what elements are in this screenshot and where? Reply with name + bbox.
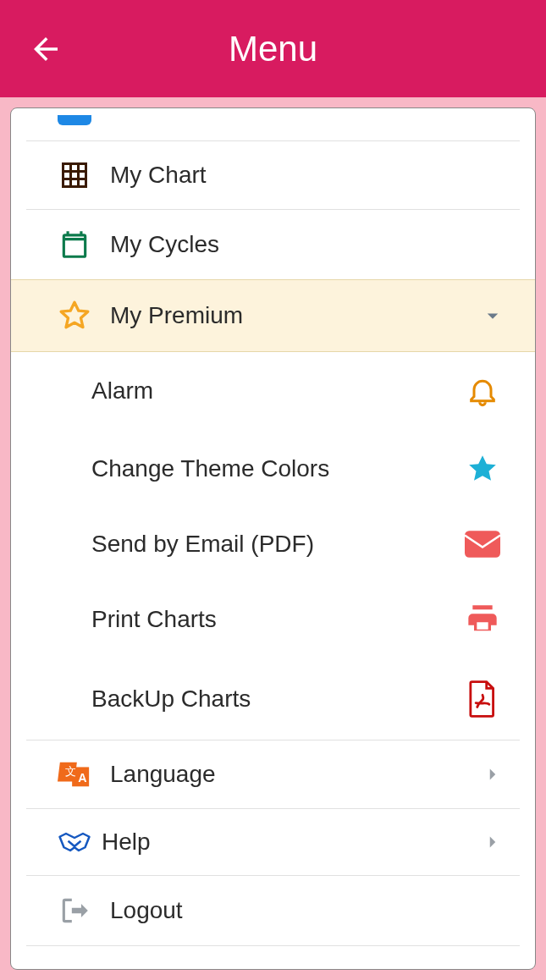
svg-rect-0 bbox=[63, 164, 86, 187]
chevron-right-icon bbox=[476, 831, 510, 853]
translate-icon: 文A bbox=[58, 759, 91, 790]
svg-rect-5 bbox=[67, 243, 71, 247]
file-pdf-icon bbox=[464, 680, 501, 718]
arrow-left-icon bbox=[28, 31, 63, 67]
svg-rect-7 bbox=[79, 243, 83, 247]
grid-icon bbox=[58, 160, 91, 190]
submenu-item-label: Alarm bbox=[91, 377, 447, 405]
app-header: Menu bbox=[0, 0, 546, 97]
menu-item-label: Help bbox=[102, 829, 466, 856]
submenu-item-send-email[interactable]: Send by Email (PDF) bbox=[11, 508, 535, 581]
svg-rect-11 bbox=[465, 531, 500, 558]
submenu-item-change-theme[interactable]: Change Theme Colors bbox=[11, 430, 535, 508]
submenu-item-label: Change Theme Colors bbox=[91, 455, 447, 482]
submenu-item-label: Print Charts bbox=[91, 606, 447, 633]
menu-item-language[interactable]: 文A Language bbox=[11, 741, 535, 808]
menu-item-label: Language bbox=[110, 761, 457, 788]
menu-item-my-premium[interactable]: My Premium bbox=[11, 279, 535, 352]
envelope-icon bbox=[464, 530, 501, 559]
svg-rect-6 bbox=[73, 243, 77, 247]
menu-item-label: My Cycles bbox=[110, 231, 510, 258]
svg-rect-9 bbox=[73, 249, 77, 253]
logout-icon bbox=[58, 895, 91, 927]
menu-item-label: Logout bbox=[110, 897, 510, 924]
back-button[interactable] bbox=[25, 29, 66, 69]
submenu-item-label: BackUp Charts bbox=[91, 685, 447, 713]
partial-prev-item bbox=[11, 115, 535, 140]
menu-item-my-cycles[interactable]: My Cycles bbox=[11, 210, 535, 279]
prev-item-icon-fragment bbox=[58, 115, 91, 125]
menu-item-label: My Premium bbox=[110, 302, 457, 329]
svg-text:A: A bbox=[78, 771, 86, 785]
menu-item-my-chart[interactable]: My Chart bbox=[11, 141, 535, 209]
submenu-item-label: Send by Email (PDF) bbox=[91, 531, 447, 558]
content-area: My Chart My Cycles My Premium Alarm bbox=[0, 97, 546, 980]
star-outline-icon bbox=[58, 299, 91, 333]
svg-text:文: 文 bbox=[65, 765, 76, 778]
handshake-icon bbox=[58, 828, 91, 856]
menu-item-help[interactable]: Help bbox=[11, 809, 535, 875]
svg-rect-8 bbox=[67, 249, 71, 253]
bell-icon bbox=[464, 374, 501, 408]
svg-rect-10 bbox=[79, 249, 83, 253]
chevron-right-icon bbox=[476, 763, 510, 785]
submenu-item-print-charts[interactable]: Print Charts bbox=[11, 581, 535, 658]
submenu-item-alarm[interactable]: Alarm bbox=[11, 352, 535, 430]
chevron-down-icon bbox=[476, 303, 510, 328]
menu-card: My Chart My Cycles My Premium Alarm bbox=[10, 107, 536, 970]
menu-item-label: My Chart bbox=[110, 162, 510, 189]
header-title: Menu bbox=[0, 29, 546, 69]
star-icon bbox=[464, 452, 501, 486]
menu-item-logout[interactable]: Logout bbox=[11, 876, 535, 945]
divider bbox=[26, 945, 520, 946]
printer-icon bbox=[464, 603, 501, 636]
calendar-icon bbox=[58, 228, 91, 261]
submenu-item-backup-charts[interactable]: BackUp Charts bbox=[11, 658, 535, 740]
